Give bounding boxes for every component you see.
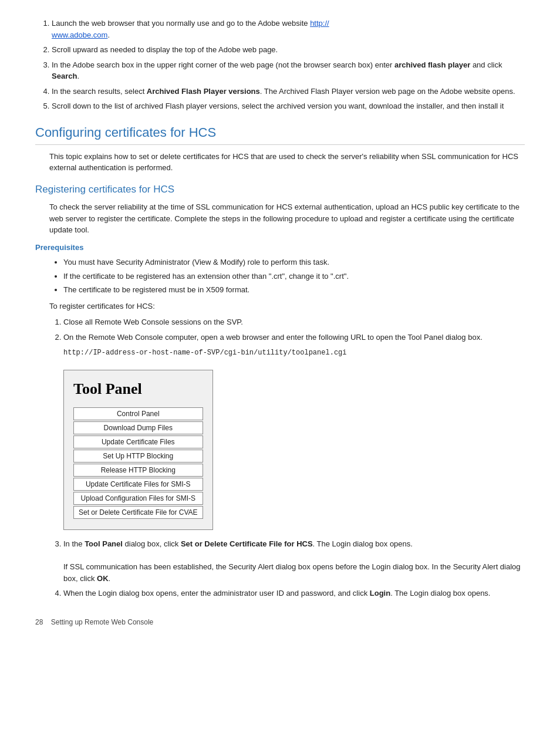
register-step-1: Close all Remote Web Console sessions on… [63,316,525,328]
intro-step-3: In the Adobe search box in the upper rig… [52,59,525,82]
tool-panel-btn-setup-http[interactable]: Set Up HTTP Blocking [73,450,203,463]
tool-panel-btn-upload-config-smis[interactable]: Upload Configuration Files for SMI-S [73,492,203,505]
footer-text: Setting up Remote Web Console [51,618,154,626]
prereq-item-2: If the certificate to be registered has … [63,271,525,282]
intro-step-2: Scroll upward as needed to display the t… [52,44,525,56]
register-steps-list-continued: In the Tool Panel dialog box, click Set … [35,538,525,599]
tool-panel-btn-download-dump[interactable]: Download Dump Files [73,421,203,434]
register-step-4: When the Login dialog box opens, enter t… [63,588,525,599]
tool-panel-btn-release-http[interactable]: Release HTTP Blocking [73,464,203,477]
intro-step-4: In the search results, select Archived F… [52,86,525,97]
tool-panel-btn-control-panel[interactable]: Control Panel [73,407,203,420]
tool-panel-btn-update-cert-smis[interactable]: Update Certificate Files for SMI-S [73,478,203,491]
intro-numbered-list: Launch the web browser that you normally… [35,18,525,112]
section-h3-registering-certificates: Registering certificates for HCS To chec… [35,182,525,236]
prereq-item-3: The certificate to be registered must be… [63,284,525,296]
section-h2-configuring-certificates: Configuring certificates for HCS This to… [35,123,525,174]
register-step-3: In the Tool Panel dialog box, click Set … [63,538,525,584]
section-h2-description: This topic explains how to set or delete… [35,151,525,174]
prereq-item-1: You must have Security Administrator (Vi… [63,256,525,268]
register-step-2: On the Remote Web Console computer, open… [63,332,525,343]
prerequisites-section: Prerequisites You must have Security Adm… [35,242,525,296]
section-title-h3: Registering certificates for HCS [35,182,525,197]
section-title-h2: Configuring certificates for HCS [35,123,525,145]
page-footer: 28 Setting up Remote Web Console [35,617,525,627]
register-intro-text: To register certificates for HCS: [35,301,525,312]
footer-page-number: 28 [35,618,43,626]
adobe-link[interactable]: http://www.adobe.com [52,19,329,39]
tool-panel-btn-update-cert[interactable]: Update Certificate Files [73,436,203,448]
intro-step-5: Scroll down to the list of archived Flas… [52,100,525,112]
section-h3-description: To check the server reliability at the t… [35,201,525,236]
prerequisites-list: You must have Security Administrator (Vi… [35,256,525,296]
intro-step-1: Launch the web browser that you normally… [52,18,525,40]
tool-panel-btn-set-delete-cvae[interactable]: Set or Delete Certificate File for CVAE [73,506,203,519]
url-code-block: http://IP-address-or-host-name-of-SVP/cg… [63,347,525,358]
register-steps-list: Close all Remote Web Console sessions on… [35,316,525,343]
prerequisites-heading: Prerequisites [35,242,525,254]
tool-panel-title: Tool Panel [73,377,203,400]
tool-panel-dialog: Tool Panel Control Panel Download Dump F… [63,370,213,530]
